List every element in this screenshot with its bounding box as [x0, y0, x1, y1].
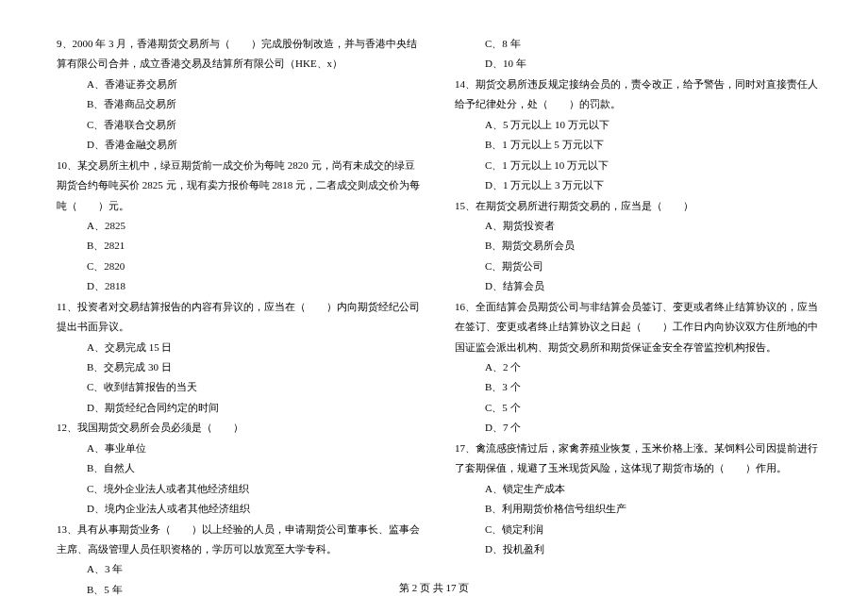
question-12-options: A、事业单位 B、自然人 C、境外企业法人或者其他经济组织 D、境内企业法人或者… — [57, 439, 423, 520]
question-11: 11、投资者对交易结算报告的内容有异议的，应当在（ ）内向期货经纪公司提出书面异… — [57, 297, 423, 338]
option: A、香港证券交易所 — [87, 75, 423, 94]
question-17-options: A、锁定生产成本 B、利用期货价格信号组织生产 C、锁定利润 D、投机盈利 — [455, 479, 821, 560]
option: C、香港联合交易所 — [87, 115, 423, 135]
option: B、交易完成 30 日 — [87, 357, 423, 377]
option: D、1 万元以上 3 万元以下 — [485, 175, 821, 195]
option: D、2818 — [87, 276, 423, 296]
option: D、7 个 — [485, 418, 821, 438]
option: B、利用期货价格信号组织生产 — [485, 499, 821, 519]
option: C、收到结算报告的当天 — [87, 377, 423, 397]
question-15: 15、在期货交易所进行期货交易的，应当是（ ） — [455, 196, 821, 216]
question-17: 17、禽流感疫情过后，家禽养殖业恢复，玉米价格上涨。某饲料公司因提前进行了套期保… — [455, 439, 821, 479]
option: C、8 年 — [485, 34, 821, 54]
option: B、自然人 — [87, 458, 423, 478]
option: A、5 万元以上 10 万元以下 — [485, 115, 821, 135]
option: C、期货公司 — [485, 257, 821, 276]
option: A、锁定生产成本 — [485, 479, 821, 499]
option: A、2825 — [87, 216, 423, 236]
option: C、1 万元以上 10 万元以下 — [485, 156, 821, 175]
option: C、境外企业法人或者其他经济组织 — [87, 479, 423, 499]
option: D、结算会员 — [485, 276, 821, 296]
option: A、事业单位 — [87, 439, 423, 458]
option: D、10 年 — [485, 54, 821, 74]
option: D、投机盈利 — [485, 539, 821, 559]
option: D、香港金融交易所 — [87, 135, 423, 155]
question-9-options: A、香港证券交易所 B、香港商品交易所 C、香港联合交易所 D、香港金融交易所 — [57, 75, 423, 156]
question-10: 10、某交易所主机中，绿豆期货前一成交价为每吨 2820 元，尚有未成交的绿豆期… — [57, 156, 423, 216]
question-9: 9、2000 年 3 月，香港期货交易所与（ ）完成股份制改造，并与香港中央结算… — [57, 34, 423, 75]
question-16-options: A、2 个 B、3 个 C、5 个 D、7 个 — [455, 357, 821, 439]
question-13-options-part2: C、8 年 D、10 年 — [455, 34, 821, 75]
option: D、境内企业法人或者其他经济组织 — [87, 499, 423, 519]
question-13: 13、具有从事期货业务（ ）以上经验的人员，申请期货公司董事长、监事会主席、高级… — [57, 520, 423, 560]
question-14: 14、期货交易所违反规定接纳会员的，责令改正，给予警告，同时对直接责任人给予纪律… — [455, 75, 821, 115]
option: A、2 个 — [485, 357, 821, 377]
option: C、锁定利润 — [485, 520, 821, 539]
right-column: C、8 年 D、10 年 14、期货交易所违反规定接纳会员的，责令改正，给予警告… — [455, 34, 821, 600]
option: B、1 万元以上 5 万元以下 — [485, 135, 821, 155]
option: D、期货经纪合同约定的时间 — [87, 398, 423, 418]
question-14-options: A、5 万元以上 10 万元以下 B、1 万元以上 5 万元以下 C、1 万元以… — [455, 115, 821, 196]
question-12: 12、我国期货交易所会员必须是（ ） — [57, 418, 423, 438]
option: C、5 个 — [485, 398, 821, 418]
page-footer: 第 2 页 共 17 页 — [0, 578, 868, 598]
option: B、3 个 — [485, 377, 821, 397]
two-column-layout: 9、2000 年 3 月，香港期货交易所与（ ）完成股份制改造，并与香港中央结算… — [57, 34, 821, 600]
question-10-options: A、2825 B、2821 C、2820 D、2818 — [57, 216, 423, 297]
question-15-options: A、期货投资者 B、期货交易所会员 C、期货公司 D、结算会员 — [455, 216, 821, 297]
option: B、2821 — [87, 236, 423, 256]
option: A、期货投资者 — [485, 216, 821, 236]
question-11-options: A、交易完成 15 日 B、交易完成 30 日 C、收到结算报告的当天 D、期货… — [57, 338, 423, 419]
option: B、期货交易所会员 — [485, 236, 821, 256]
question-16: 16、全面结算会员期货公司与非结算会员签订、变更或者终止结算协议的，应当在签订、… — [455, 297, 821, 357]
option: B、香港商品交易所 — [87, 94, 423, 114]
option: C、2820 — [87, 257, 423, 276]
option: A、交易完成 15 日 — [87, 338, 423, 357]
left-column: 9、2000 年 3 月，香港期货交易所与（ ）完成股份制改造，并与香港中央结算… — [57, 34, 423, 600]
